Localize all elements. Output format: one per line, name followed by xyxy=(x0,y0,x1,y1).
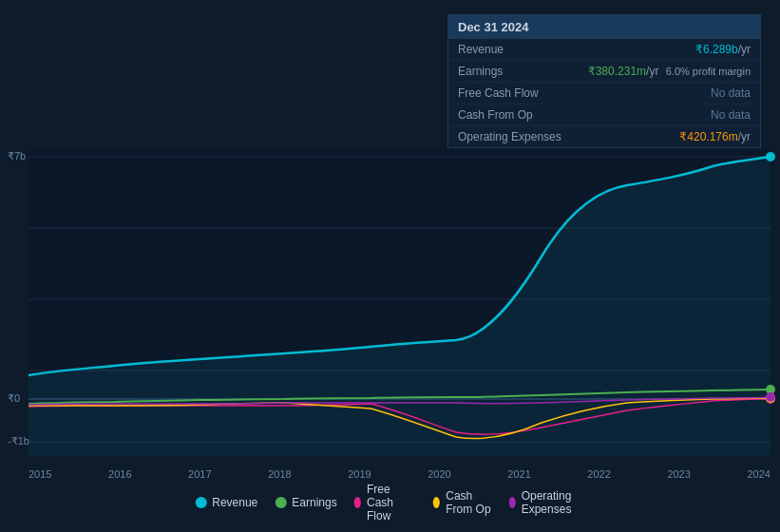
legend-label-earnings: Earnings xyxy=(292,496,336,509)
legend-earnings[interactable]: Earnings xyxy=(275,496,336,509)
tooltip-value-opex: ₹420.176m/yr xyxy=(679,130,751,143)
tooltip-value-earnings: ₹380.231m/yr 6.0% profit margin xyxy=(588,65,751,78)
tooltip-row-fcf: Free Cash Flow No data xyxy=(448,83,760,104)
legend-dot-cashfromop xyxy=(433,497,440,508)
legend-dot-revenue xyxy=(195,497,206,508)
svg-point-8 xyxy=(766,152,775,162)
tooltip-row-cashfromop: Cash From Op No data xyxy=(448,104,760,126)
legend-label-cashfromop: Cash From Op xyxy=(446,489,491,516)
legend-dot-opex xyxy=(508,497,515,508)
tooltip-label-earnings: Earnings xyxy=(458,65,562,78)
legend-dot-earnings xyxy=(275,497,286,508)
y-label-zero: ₹0 xyxy=(8,392,20,405)
x-axis-labels: 2015 2016 2017 2018 2019 2020 2021 2022 … xyxy=(29,468,770,480)
tooltip-value-cashfromop: No data xyxy=(711,108,751,122)
chart-container: ₹7b ₹0 -₹1b 2015 2016 2017 2018 2019 202… xyxy=(0,0,780,532)
legend-label-fcf: Free Cash Flow xyxy=(367,483,416,522)
y-label-neg: -₹1b xyxy=(8,435,29,447)
tooltip-label-opex: Operating Expenses xyxy=(458,130,562,143)
x-label-2018: 2018 xyxy=(268,468,291,480)
x-label-2017: 2017 xyxy=(188,468,211,480)
legend-fcf[interactable]: Free Cash Flow xyxy=(354,483,416,522)
legend-opex[interactable]: Operating Expenses xyxy=(508,489,584,516)
legend-label-revenue: Revenue xyxy=(212,496,257,509)
legend-revenue[interactable]: Revenue xyxy=(195,496,257,509)
y-label-top: ₹7b xyxy=(8,150,26,162)
x-label-2019: 2019 xyxy=(348,468,371,480)
chart-legend: Revenue Earnings Free Cash Flow Cash Fro… xyxy=(195,483,585,522)
tooltip-label-cashfromop: Cash From Op xyxy=(458,108,562,122)
x-label-2015: 2015 xyxy=(29,468,51,480)
tooltip-row-earnings: Earnings ₹380.231m/yr 6.0% profit margin xyxy=(448,61,760,83)
x-label-2024: 2024 xyxy=(747,468,770,480)
tooltip-value-fcf: No data xyxy=(711,86,751,100)
tooltip-value-revenue: ₹6.289b/yr xyxy=(695,43,751,56)
tooltip-row-opex: Operating Expenses ₹420.176m/yr xyxy=(448,126,760,147)
x-label-2020: 2020 xyxy=(428,468,450,480)
tooltip-label-revenue: Revenue xyxy=(458,43,562,56)
x-label-2016: 2016 xyxy=(108,468,131,480)
x-label-2021: 2021 xyxy=(507,468,530,480)
legend-dot-fcf xyxy=(354,497,361,508)
tooltip-header: Dec 31 2024 xyxy=(448,15,760,39)
tooltip-row-revenue: Revenue ₹6.289b/yr xyxy=(448,39,760,61)
svg-point-12 xyxy=(766,392,775,402)
legend-label-opex: Operating Expenses xyxy=(522,489,585,516)
tooltip-box: Dec 31 2024 Revenue ₹6.289b/yr Earnings … xyxy=(447,14,761,148)
x-label-2022: 2022 xyxy=(587,468,610,480)
x-label-2023: 2023 xyxy=(667,468,690,480)
tooltip-label-fcf: Free Cash Flow xyxy=(458,86,562,100)
legend-cashfromop[interactable]: Cash From Op xyxy=(433,489,491,516)
